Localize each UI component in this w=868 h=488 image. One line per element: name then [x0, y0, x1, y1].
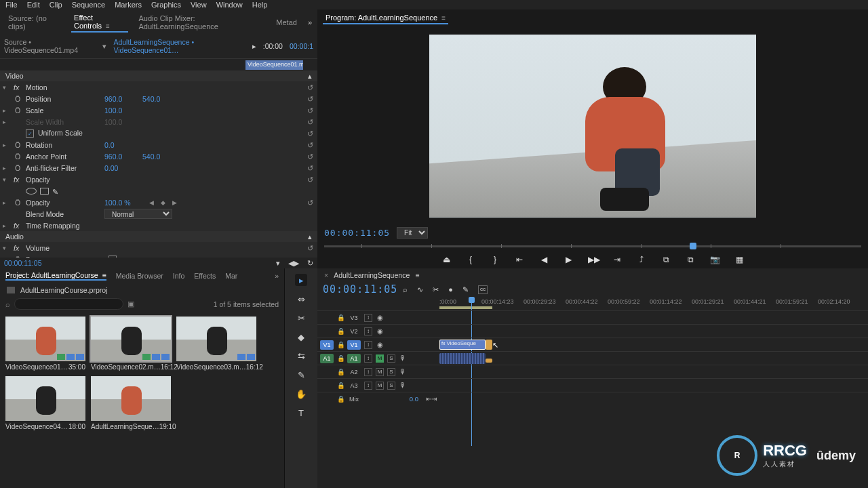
audio-section-header[interactable]: Audio▴	[0, 231, 317, 242]
menu-clip[interactable]: Clip	[50, 1, 62, 9]
solo-button[interactable]: S	[387, 368, 395, 376]
position-x[interactable]: 960.0	[104, 95, 138, 103]
thumbnail[interactable]	[5, 376, 85, 421]
voice-icon[interactable]: 🎙	[399, 354, 407, 363]
menu-markers[interactable]: Markers	[115, 1, 142, 9]
menu-sequence[interactable]: Sequence	[72, 1, 106, 9]
lock-icon[interactable]: 🔒	[337, 354, 344, 362]
prop-uniform-scale[interactable]: ✓Uniform Scale↺	[0, 127, 317, 139]
go-to-in-button[interactable]: ⇤	[515, 255, 524, 264]
lock-icon[interactable]: 🔒	[337, 395, 344, 403]
export-frame-button[interactable]: ⧉	[686, 255, 695, 264]
mute-button[interactable]: M	[376, 382, 384, 390]
menu-file[interactable]: File	[5, 1, 18, 9]
blend-mode-select[interactable]: Normal	[104, 209, 172, 219]
anchor-y[interactable]: 540.0	[142, 152, 176, 161]
reset-icon[interactable]: ↺	[305, 164, 315, 172]
anchor-x[interactable]: 960.0	[104, 152, 138, 161]
thumbnail[interactable]	[176, 317, 256, 361]
reset-icon[interactable]: ↺	[305, 244, 315, 252]
tab-effect-controls[interactable]: Effect Controls≡	[71, 12, 127, 33]
program-scrubber[interactable]	[324, 243, 861, 249]
source-dropdown-icon[interactable]: ▾	[102, 42, 106, 50]
track-lanes[interactable]: fx VideoSeque ↖	[439, 310, 868, 405]
prop-anti-flicker[interactable]: ▸ÖAnti-flicker Filter0.00↺	[0, 162, 317, 174]
fx-opacity[interactable]: ▾fxOpacity↺	[0, 174, 317, 185]
zoom-out-icon[interactable]: ▾	[276, 259, 280, 267]
track-select-tool[interactable]: ⇔	[295, 293, 307, 305]
bin-item[interactable]: VideoSequence03.m…16:12	[176, 317, 256, 371]
reset-icon[interactable]: ↺	[305, 129, 315, 138]
ellipse-mask-icon[interactable]	[26, 188, 37, 195]
zoom-fit-select[interactable]: Fit	[397, 227, 428, 239]
search-input[interactable]	[14, 298, 123, 310]
step-back-icon[interactable]: ◀▶	[288, 259, 299, 267]
sync-lock-icon[interactable]: ↕	[364, 368, 372, 376]
menu-edit[interactable]: Edit	[27, 1, 40, 9]
sequence-clip-link[interactable]: AdultLearningSequence • VideoSequence01…	[113, 38, 245, 54]
source-patch-v1[interactable]: V1	[320, 340, 334, 350]
reset-icon[interactable]: ↺	[305, 199, 315, 207]
lock-icon[interactable]: 🔒	[337, 341, 344, 348]
mini-play-icon[interactable]: ▸	[252, 42, 256, 50]
track-header-a1[interactable]: A1🔒A1↕MS🎙	[317, 351, 439, 365]
prop-blend-mode[interactable]: Blend ModeNormal	[0, 208, 317, 220]
type-tool[interactable]: T	[295, 407, 307, 419]
track-header-v3[interactable]: 🔒V3↕◉	[317, 310, 439, 324]
playhead-icon[interactable]	[690, 243, 696, 249]
prop-rotation[interactable]: ▸ÖRotation0.0↺	[0, 139, 317, 150]
linked-selection-icon[interactable]: ∿	[417, 285, 423, 294]
fx-motion[interactable]: ▾fxMotion↺	[0, 81, 317, 93]
go-to-out-button[interactable]: ⇥	[612, 255, 622, 264]
timeline-ruler[interactable]: :00:0000:00:14:2300:00:29:2300:00:44:220…	[439, 297, 868, 310]
effect-timecode[interactable]: 00:00:11:05	[4, 259, 41, 267]
reset-icon[interactable]: ↺	[305, 152, 315, 161]
thumbnail[interactable]	[91, 317, 171, 361]
bin-item[interactable]: AdultLearningSeque…19:10	[91, 376, 171, 430]
voice-icon[interactable]: 🎙	[399, 382, 407, 390]
lock-icon[interactable]: 🔒	[337, 314, 344, 321]
ripple-edit-tool[interactable]: ✂	[295, 312, 307, 324]
prop-scale[interactable]: ▸ÖScale100.0↺	[0, 104, 317, 116]
tab-project[interactable]: Project: AdultLearningCourse≡	[5, 271, 106, 281]
video-section-header[interactable]: Video▴	[0, 70, 317, 81]
comparison-view-button[interactable]: ▦	[734, 255, 744, 264]
lock-icon[interactable]: 🔒	[337, 382, 344, 389]
source-patch-a1[interactable]: A1	[320, 354, 334, 363]
step-back-button[interactable]: ◀	[539, 255, 549, 264]
eye-icon[interactable]: ◉	[376, 327, 384, 336]
program-timecode[interactable]: 00:00:11:05	[324, 228, 390, 238]
prev-keyframe-icon[interactable]: ◀	[149, 199, 154, 206]
loop-icon[interactable]: ↻	[307, 259, 313, 267]
lane-v2[interactable]	[439, 324, 868, 338]
snap-end-icon[interactable]: ⇤⇥	[426, 395, 437, 403]
audio-transition[interactable]	[486, 359, 492, 363]
add-marker-button[interactable]: ⏏	[441, 255, 451, 264]
thumbnail[interactable]	[5, 317, 85, 361]
prop-opacity-value[interactable]: ▸ÖOpacity100.0 %◀◆▶↺	[0, 197, 317, 208]
sync-lock-icon[interactable]: ↕	[364, 354, 372, 363]
tab-program[interactable]: Program: AdultLearningSequence≡	[323, 12, 448, 24]
mute-button[interactable]: M	[376, 354, 384, 363]
next-keyframe-icon[interactable]: ▶	[172, 199, 177, 206]
eye-icon[interactable]: ◉	[376, 314, 384, 322]
reset-icon[interactable]: ↺	[305, 176, 315, 184]
selection-tool[interactable]: ▸	[295, 274, 307, 286]
bin-item[interactable]: VideoSequence02.m…16:12	[91, 317, 171, 371]
track-header-a2[interactable]: 🔒A2↕MS🎙	[317, 365, 439, 378]
menu-window[interactable]: Window	[216, 1, 243, 9]
mute-button[interactable]: M	[376, 368, 384, 376]
lock-icon[interactable]: 🔒	[337, 368, 344, 375]
effect-mini-timeline[interactable]: VideoSequence01.m	[0, 58, 317, 70]
sync-lock-icon[interactable]: ↕	[364, 341, 372, 349]
track-header-v1[interactable]: V1🔒V1↕◉	[317, 338, 439, 351]
video-clip[interactable]: fx VideoSeque	[439, 340, 486, 350]
menu-view[interactable]: View	[191, 1, 207, 9]
tab-metadata[interactable]: Metad	[273, 17, 300, 28]
fx-volume[interactable]: ▾fxVolume↺	[0, 242, 317, 253]
lane-mix[interactable]	[439, 392, 868, 405]
pen-tool[interactable]: ✎	[295, 369, 307, 381]
mark-out-button[interactable]: }	[490, 255, 500, 264]
program-viewer[interactable]	[429, 35, 756, 218]
solo-button[interactable]: S	[387, 354, 395, 363]
